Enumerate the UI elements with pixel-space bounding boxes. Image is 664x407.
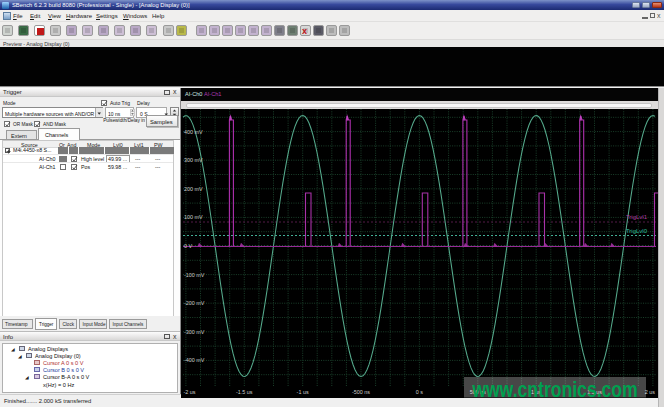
svg-text:2 us: 2 us (645, 389, 655, 395)
svg-text:-300 mV: -300 mV (184, 329, 205, 335)
svg-text:0 s: 0 s (416, 389, 423, 395)
svg-text:-500 ns: -500 ns (352, 389, 370, 395)
svg-text:-1.5 us: -1.5 us (236, 389, 253, 395)
svg-text:www.cntronics.com: www.cntronics.com (471, 377, 637, 398)
svg-text:200 mV: 200 mV (184, 186, 203, 192)
svg-text:0 V: 0 V (184, 243, 192, 249)
svg-text:100 mV: 100 mV (184, 214, 203, 220)
svg-text:400 mV: 400 mV (184, 129, 203, 135)
svg-text:-1 us: -1 us (297, 389, 309, 395)
svg-text:-400 mV: -400 mV (184, 357, 205, 363)
svg-text:-200 mV: -200 mV (184, 300, 205, 306)
svg-text:-100 mV: -100 mV (184, 272, 205, 278)
svg-text:TrigLvl0: TrigLvl0 (626, 228, 648, 234)
svg-text:300 mV: 300 mV (184, 157, 203, 163)
svg-text:-2 us: -2 us (184, 389, 196, 395)
svg-text:TrigLvl1: TrigLvl1 (626, 214, 648, 220)
